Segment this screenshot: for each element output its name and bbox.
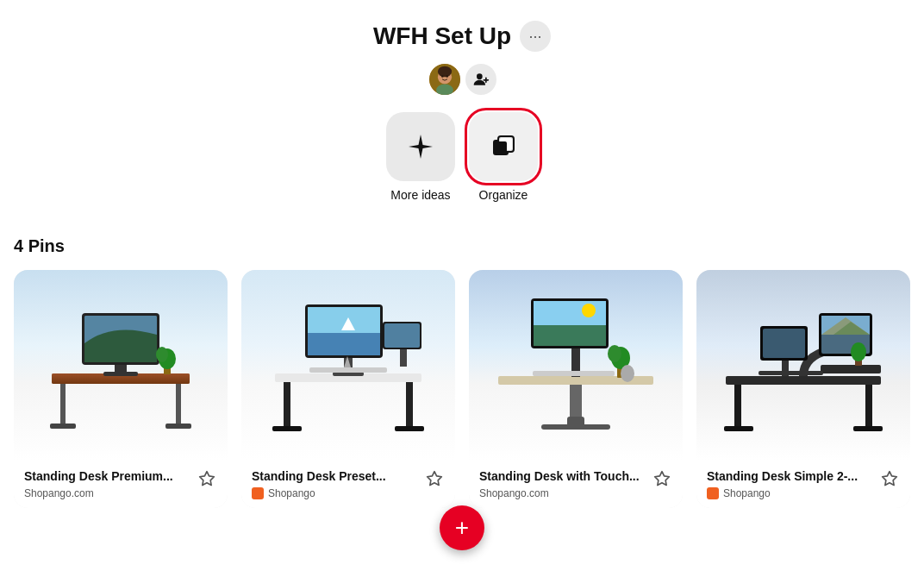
svg-rect-78 bbox=[763, 329, 805, 358]
pin-title: Standing Desk Preset... bbox=[252, 468, 424, 484]
pins-count: 4 Pins bbox=[14, 236, 910, 256]
source-logo bbox=[252, 487, 264, 499]
pin-info: Standing Desk Premium... Shopango.com bbox=[14, 460, 228, 508]
pin-source: Shopango.com bbox=[479, 487, 549, 499]
pin-title: Standing Desk Premium... bbox=[24, 468, 197, 484]
add-pin-fab[interactable]: + bbox=[440, 505, 484, 550]
organize-button[interactable]: Organize bbox=[469, 112, 538, 202]
svg-rect-82 bbox=[759, 371, 823, 375]
svg-point-64 bbox=[621, 365, 634, 382]
organize-icon-container bbox=[469, 112, 538, 181]
save-pin-button[interactable] bbox=[879, 468, 900, 492]
svg-rect-58 bbox=[534, 325, 606, 346]
svg-rect-66 bbox=[726, 376, 881, 385]
save-pin-button[interactable] bbox=[197, 468, 217, 492]
pin-info: Standing Desk Simple 2-... Shopango bbox=[696, 460, 910, 508]
sparkle-icon bbox=[405, 131, 436, 162]
pin-image bbox=[696, 270, 910, 460]
pin-details: Standing Desk Simple 2-... Shopango bbox=[707, 468, 879, 499]
pin-details: Standing Desk Premium... Shopango.com bbox=[24, 468, 197, 499]
pin-source-row: Shopango.com bbox=[479, 487, 652, 499]
svg-rect-83 bbox=[709, 489, 717, 498]
svg-rect-68 bbox=[734, 385, 741, 430]
svg-rect-70 bbox=[724, 426, 753, 431]
pin-image bbox=[241, 270, 455, 460]
svg-rect-43 bbox=[384, 323, 420, 348]
pin-info: Standing Desk Preset... Shopango bbox=[241, 460, 455, 508]
svg-rect-32 bbox=[406, 382, 413, 430]
svg-point-28 bbox=[156, 347, 168, 362]
svg-point-4 bbox=[446, 75, 448, 78]
svg-rect-63 bbox=[533, 371, 615, 376]
more-ideas-label: More ideas bbox=[390, 188, 450, 202]
source-logo bbox=[707, 487, 719, 499]
avatar-row bbox=[428, 62, 496, 97]
pin-image bbox=[14, 270, 228, 460]
save-pin-button[interactable] bbox=[652, 468, 672, 492]
pin-card[interactable]: Standing Desk Simple 2-... Shopango bbox=[696, 270, 910, 508]
pin-info: Standing Desk with Touch... Shopango.com bbox=[469, 460, 683, 508]
save-pin-button[interactable] bbox=[424, 468, 445, 492]
svg-point-81 bbox=[851, 342, 866, 361]
pin-details: Standing Desk with Touch... Shopango.com bbox=[479, 468, 652, 499]
pin-source: Shopango bbox=[723, 487, 771, 499]
svg-rect-19 bbox=[165, 424, 191, 429]
add-collaborator-button[interactable] bbox=[465, 64, 496, 95]
svg-rect-13 bbox=[495, 141, 507, 154]
pin-details: Standing Desk Preset... Shopango bbox=[252, 468, 424, 499]
pin-source: Shopango bbox=[268, 487, 315, 499]
pin-card[interactable]: Standing Desk Premium... Shopango.com bbox=[14, 270, 228, 508]
svg-rect-46 bbox=[309, 367, 387, 373]
pin-source-row: Shopango bbox=[252, 487, 424, 499]
svg-rect-40 bbox=[308, 333, 380, 355]
svg-rect-33 bbox=[272, 426, 302, 431]
svg-rect-52 bbox=[567, 417, 584, 430]
avatar[interactable] bbox=[428, 62, 462, 97]
svg-rect-18 bbox=[50, 424, 76, 429]
pin-card[interactable]: Standing Desk Preset... Shopango bbox=[241, 270, 455, 508]
action-buttons-row: More ideas Organize bbox=[386, 112, 538, 202]
board-header: WFH Set Up ··· bbox=[0, 0, 924, 223]
svg-point-62 bbox=[608, 345, 621, 362]
svg-rect-16 bbox=[60, 384, 66, 427]
pin-title: Standing Desk with Touch... bbox=[479, 468, 652, 484]
pin-image bbox=[469, 270, 683, 460]
svg-rect-71 bbox=[853, 426, 883, 431]
organize-icon bbox=[488, 131, 519, 162]
svg-marker-29 bbox=[200, 472, 215, 486]
svg-rect-47 bbox=[253, 489, 262, 498]
svg-point-6 bbox=[477, 73, 483, 79]
svg-rect-34 bbox=[395, 426, 424, 431]
svg-marker-65 bbox=[655, 472, 670, 486]
board-title-row: WFH Set Up ··· bbox=[373, 21, 551, 52]
svg-rect-44 bbox=[400, 349, 407, 367]
more-ideas-icon-container bbox=[386, 112, 455, 181]
more-options-button[interactable]: ··· bbox=[520, 21, 551, 52]
svg-rect-21 bbox=[103, 372, 138, 376]
svg-rect-17 bbox=[176, 384, 181, 427]
pin-source: Shopango.com bbox=[24, 487, 94, 499]
organize-label: Organize bbox=[479, 188, 528, 202]
pin-source-row: Shopango bbox=[707, 487, 879, 499]
svg-rect-67 bbox=[821, 365, 881, 373]
pins-grid: Standing Desk Premium... Shopango.com bbox=[14, 270, 910, 508]
svg-rect-31 bbox=[284, 382, 290, 430]
pin-card[interactable]: Standing Desk with Touch... Shopango.com bbox=[469, 270, 683, 508]
pin-title: Standing Desk Simple 2-... bbox=[707, 468, 879, 484]
svg-marker-48 bbox=[428, 472, 442, 486]
svg-point-59 bbox=[582, 304, 596, 317]
svg-point-5 bbox=[436, 84, 453, 96]
svg-rect-69 bbox=[865, 385, 872, 430]
pin-source-row: Shopango.com bbox=[24, 487, 197, 499]
more-ideas-button[interactable]: More ideas bbox=[386, 112, 455, 202]
svg-point-2 bbox=[438, 66, 452, 78]
svg-point-3 bbox=[441, 75, 444, 78]
svg-marker-84 bbox=[883, 472, 897, 486]
board-title: WFH Set Up bbox=[373, 22, 511, 50]
